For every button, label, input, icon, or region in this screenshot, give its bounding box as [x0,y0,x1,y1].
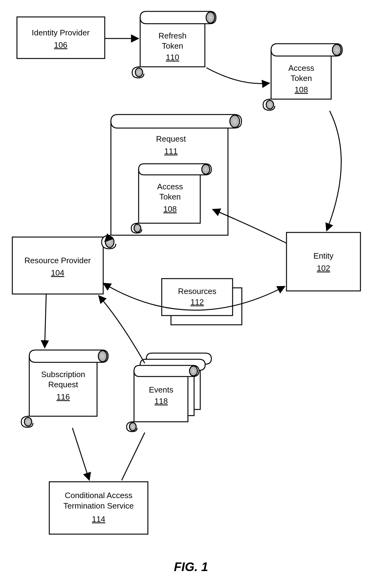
subscription-num: 116 [56,392,70,401]
svg-point-19 [98,351,107,362]
svg-point-11 [266,100,274,109]
identity-provider-node: Identity Provider 106 [17,17,105,58]
svg-point-16 [202,164,210,174]
arrow-refresh-to-access [206,68,270,83]
access-token-num: 108 [295,85,308,94]
request-access-token-label-2: Token [159,192,181,201]
resources-node: Resources 112 [162,279,242,325]
subscription-request-node: Subscription Request 116 [21,350,108,427]
svg-rect-2 [286,232,360,291]
entity-node: Entity 102 [286,232,360,291]
refresh-token-label-1: Refresh [158,31,186,40]
arrow-rp-to-sub [45,294,46,348]
svg-point-17 [134,224,141,232]
svg-point-24 [189,366,197,376]
figure-1-diagram: Identity Provider 106 Resource Provider … [0,0,382,588]
request-access-token-node: Access Token 108 [131,164,211,233]
cats-label-1: Conditional Access [65,491,132,500]
svg-point-10 [332,44,341,55]
request-node: Request 111 Access Token 108 [102,115,242,249]
subscription-label-1: Subscription [41,370,85,379]
resource-provider-num: 104 [51,268,64,277]
entity-label: Entity [313,251,333,260]
access-token-label-1: Access [288,63,314,73]
line-cats-to-events [122,433,145,480]
svg-point-14 [105,236,114,248]
events-label: Events [149,385,173,394]
events-num: 118 [154,397,168,406]
events-node: Events 118 [127,353,211,432]
request-access-token-label-1: Access [157,182,183,191]
svg-rect-0 [17,17,105,58]
svg-point-25 [129,423,136,431]
identity-provider-num: 106 [54,40,67,50]
resource-provider-label: Resource Provider [24,256,91,265]
request-label: Request [156,134,186,143]
svg-point-7 [206,12,215,23]
request-num: 111 [164,147,177,156]
access-token-node: Access Token 108 [263,44,342,110]
identity-provider-label: Identity Provider [32,28,90,37]
resources-label: Resources [178,287,216,296]
subscription-label-2: Request [48,380,79,389]
refresh-token-label-2: Token [162,41,183,50]
svg-point-13 [230,115,240,127]
arrow-sub-to-cats [72,428,89,480]
svg-point-20 [24,417,32,426]
arrow-access-to-entity [327,111,341,231]
resources-num: 112 [190,297,204,307]
figure-label: FIG. 1 [174,560,208,574]
cats-num: 114 [92,514,105,524]
resource-provider-node: Resource Provider 104 [12,237,103,294]
cats-label-2: Termination Service [63,501,134,510]
request-access-token-num: 108 [163,204,177,214]
svg-rect-1 [12,237,103,294]
entity-num: 102 [317,264,330,273]
cats-node: Conditional Access Termination Service 1… [49,482,148,534]
refresh-token-num: 110 [166,53,179,62]
access-token-label-2: Token [291,74,312,83]
svg-point-8 [135,68,143,77]
refresh-token-node: Refresh Token 110 [132,11,216,78]
